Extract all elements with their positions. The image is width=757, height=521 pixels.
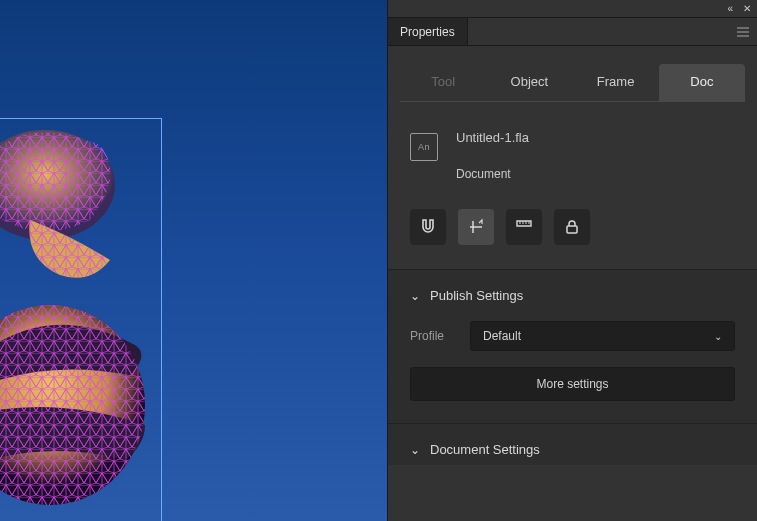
profile-value: Default: [483, 329, 521, 343]
publish-settings-section: ⌄ Publish Settings Profile Default ⌄ Mor…: [388, 269, 757, 423]
svg-rect-12: [567, 226, 577, 233]
subtabs: Tool Object Frame Doc: [388, 46, 757, 102]
publish-settings-header[interactable]: ⌄ Publish Settings: [410, 288, 735, 303]
profile-select[interactable]: Default ⌄: [470, 321, 735, 351]
panel-tabbar: Properties: [388, 18, 757, 46]
publish-settings-title: Publish Settings: [430, 288, 523, 303]
subtab-object[interactable]: Object: [486, 64, 572, 102]
magnet-icon: [419, 218, 437, 236]
subtab-doc[interactable]: Doc: [659, 64, 745, 102]
chevron-down-icon: ⌄: [714, 331, 722, 342]
chevron-down-icon: ⌄: [410, 443, 420, 457]
guides-button[interactable]: [458, 209, 494, 245]
close-icon[interactable]: ✕: [743, 3, 751, 14]
more-settings-button[interactable]: More settings: [410, 367, 735, 401]
panel-topbar: « ✕: [388, 0, 757, 18]
panel-menu-icon[interactable]: [729, 18, 757, 45]
snap-button[interactable]: [410, 209, 446, 245]
svg-point-2: [0, 305, 145, 505]
lock-button[interactable]: [554, 209, 590, 245]
properties-panel: « ✕ Properties Tool Object Frame Doc An …: [387, 0, 757, 521]
ruler-icon: [515, 218, 533, 236]
profile-label: Profile: [410, 329, 454, 343]
subtab-tool[interactable]: Tool: [400, 64, 486, 102]
document-settings-title: Document Settings: [430, 442, 540, 457]
tab-properties[interactable]: Properties: [388, 18, 468, 45]
document-settings-header[interactable]: ⌄ Document Settings: [388, 423, 757, 465]
mesh-artwork: [0, 125, 165, 521]
doc-info: An Untitled-1.fla Document: [388, 102, 757, 199]
collapse-icon[interactable]: «: [727, 3, 733, 14]
canvas-area[interactable]: [0, 0, 387, 521]
subtab-frame[interactable]: Frame: [573, 64, 659, 102]
chevron-down-icon: ⌄: [410, 289, 420, 303]
doc-type: Document: [456, 167, 529, 181]
guides-icon: [467, 218, 485, 236]
lock-icon: [564, 219, 580, 235]
tool-row: [388, 199, 757, 269]
animate-file-icon: An: [410, 133, 438, 161]
ruler-button[interactable]: [506, 209, 542, 245]
doc-filename: Untitled-1.fla: [456, 130, 529, 145]
